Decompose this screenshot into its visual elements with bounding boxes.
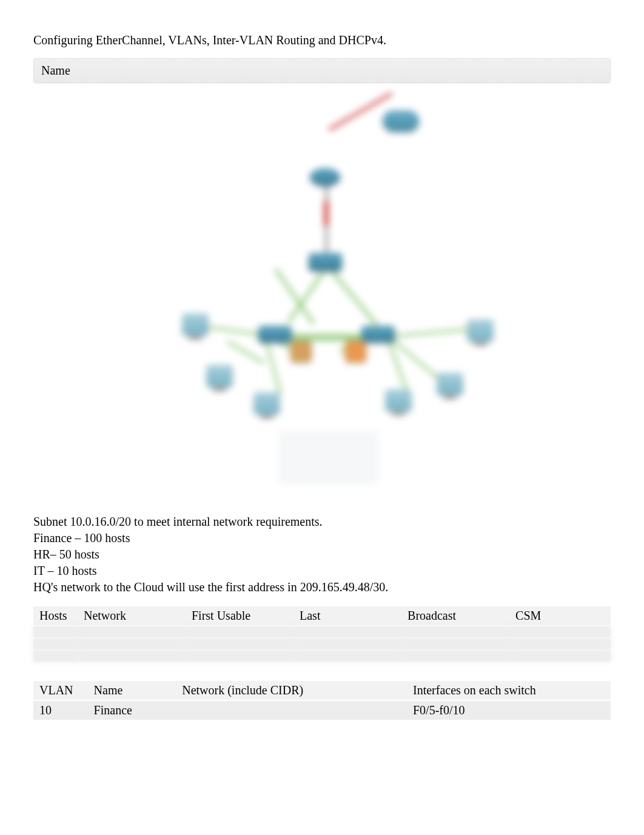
- table-header-row: VLAN Name Network (include CIDR) Interfa…: [33, 681, 611, 700]
- column-header: CSM: [509, 606, 611, 626]
- subnet-table: Hosts Network First Usable Last Broadcas…: [33, 606, 611, 663]
- page-title: Configuring EtherChannel, VLANs, Inter-V…: [33, 33, 611, 47]
- vlan-interfaces-cell: F0/5-f0/10: [407, 700, 611, 720]
- table-row: [33, 626, 611, 638]
- vlan-network-cell: [176, 700, 407, 720]
- table-header-row: Hosts Network First Usable Last Broadcas…: [33, 606, 611, 626]
- router-hq-node-icon: [309, 253, 342, 271]
- pc-node-icon: [254, 392, 280, 414]
- cloud-node-icon: [383, 110, 419, 132]
- pc-node-icon: [207, 365, 232, 386]
- device-node-icon: [290, 341, 312, 362]
- pc-node-icon: [183, 314, 208, 335]
- switch2-node-icon: [361, 326, 395, 343]
- column-header: Hosts: [33, 606, 78, 626]
- requirement-line: HQ's network to the Cloud will use the f…: [33, 579, 611, 595]
- switch1-node-icon: [258, 326, 292, 343]
- network-topology-diagram: [33, 101, 611, 489]
- column-header: First Usable: [186, 606, 293, 626]
- table-row: 10 Finance F0/5-f0/10: [33, 700, 611, 720]
- name-input-field[interactable]: Name: [33, 58, 611, 83]
- requirements-text: Subnet 10.0.16.0/20 to meet internal net…: [33, 514, 611, 595]
- requirement-line: Finance – 100 hosts: [33, 530, 611, 546]
- column-header: VLAN: [33, 681, 88, 700]
- table-row: [33, 638, 611, 650]
- column-header: Broadcast: [401, 606, 509, 626]
- vlan-id-cell: 10: [33, 700, 88, 720]
- device-node-icon: [345, 341, 366, 362]
- pc-node-icon: [386, 389, 411, 411]
- column-header: Network: [78, 606, 186, 626]
- column-header: Last: [293, 606, 401, 626]
- diagram-legend: [280, 432, 377, 483]
- vlan-table: VLAN Name Network (include CIDR) Interfa…: [33, 681, 611, 721]
- requirement-line: HR– 50 hosts: [33, 546, 611, 563]
- router-node-icon: [310, 168, 340, 186]
- pc-node-icon: [468, 320, 493, 341]
- column-header: Name: [88, 681, 176, 700]
- column-header: Network (include CIDR): [176, 681, 407, 700]
- vlan-name-cell: Finance: [88, 700, 176, 720]
- pc-node-icon: [437, 373, 463, 394]
- requirement-line: Subnet 10.0.16.0/20 to meet internal net…: [33, 514, 611, 530]
- table-row: [33, 650, 611, 662]
- requirement-line: IT – 10 hosts: [33, 563, 611, 579]
- column-header: Interfaces on each switch: [407, 681, 611, 700]
